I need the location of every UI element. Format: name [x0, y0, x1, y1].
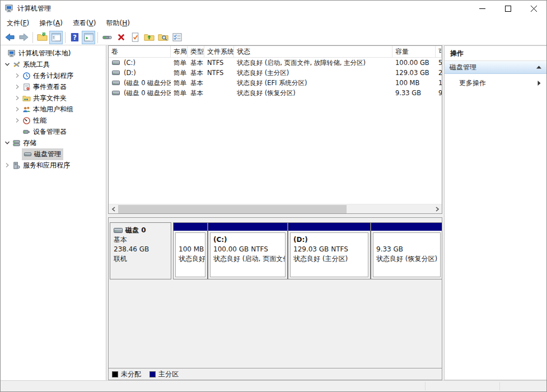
- primary-partition-color-bar: [371, 223, 442, 231]
- users-icon: [22, 105, 31, 114]
- explore-button[interactable]: [156, 31, 170, 44]
- primary-partition-color-swatch: [149, 371, 156, 377]
- action-pane-toggle-button[interactable]: [82, 31, 95, 44]
- status-separator: [425, 382, 426, 390]
- scroll-left-arrow[interactable]: [109, 204, 118, 214]
- device-icon: [102, 32, 113, 43]
- properties-button[interactable]: [100, 31, 114, 44]
- menu-file[interactable]: 文件(F): [2, 17, 34, 30]
- export-list-button[interactable]: [35, 31, 49, 44]
- partition-efi[interactable]: 100 MB 状态良好 (EFI 系统分区): [174, 223, 208, 279]
- disk0-label[interactable]: 磁盘 0 基本 238.46 GB 联机: [110, 222, 171, 279]
- legend-primary-partition: 主分区: [149, 370, 179, 379]
- app-icon: [5, 4, 14, 13]
- partition-d[interactable]: (D:) 129.03 GB NTFS 状态良好 (主分区): [288, 223, 371, 279]
- svg-text:?: ?: [73, 34, 77, 41]
- column-free-space[interactable]: 可用空间: [436, 46, 442, 57]
- scrollbar-thumb[interactable]: [118, 205, 347, 213]
- volume-icon: [112, 80, 120, 86]
- tree-item-services-apps[interactable]: 服务和应用程序: [1, 160, 106, 171]
- disk0-row: 磁盘 0 基本 238.46 GB 联机 100 MB 状态良好 (EFI 系统…: [110, 222, 442, 279]
- scroll-right-arrow[interactable]: [432, 204, 442, 214]
- tree-item-performance[interactable]: 性能: [1, 115, 106, 126]
- console-tree-icon: [51, 32, 62, 43]
- unallocated-color-swatch: [112, 371, 118, 377]
- volume-row-partition5[interactable]: (磁盘 0 磁盘分区 5) 简单 基本 状态良好 (恢复分区) 9.33 GB …: [109, 88, 442, 98]
- volume-row-partition1[interactable]: (磁盘 0 磁盘分区 1) 简单 基本 状态良好 (EFI 系统分区) 100 …: [109, 78, 442, 88]
- legend: 未分配 主分区: [109, 368, 442, 380]
- menu-bar: 文件(F) 操作(A) 查看(V) 帮助(H): [1, 16, 546, 30]
- volume-row-d[interactable]: (D:) 简单 基本 NTFS 状态良好 (主分区) 129.03 GB 2: [109, 68, 442, 78]
- column-filesystem[interactable]: 文件系统: [204, 46, 234, 57]
- folder-up-icon: [144, 32, 155, 43]
- more-actions-item[interactable]: 更多操作: [445, 76, 546, 90]
- disk0-size: 238.46 GB: [114, 245, 167, 254]
- menu-action[interactable]: 操作(A): [34, 17, 68, 30]
- chevron-collapsed-icon[interactable]: [13, 94, 22, 102]
- disk-management-section-header[interactable]: 磁盘管理: [445, 61, 546, 74]
- disk0-status: 联机: [114, 254, 167, 264]
- back-arrow-icon: [4, 32, 15, 43]
- tree-item-device-manager[interactable]: 设备管理器: [1, 126, 106, 137]
- maximize-button[interactable]: [495, 1, 521, 16]
- tree-item-event-viewer[interactable]: 事件查看器: [1, 81, 106, 92]
- delete-volume-button[interactable]: [114, 31, 128, 44]
- task-list-icon: [172, 32, 183, 43]
- chevron-collapsed-icon[interactable]: [13, 83, 22, 91]
- check-document-button[interactable]: [128, 31, 142, 44]
- menu-help[interactable]: 帮助(H): [101, 17, 134, 30]
- minimize-icon: [479, 6, 485, 12]
- partition-c[interactable]: (C:) 100.00 GB NTFS 状态良好 (启动, 页面文件, 故障转储…: [208, 223, 288, 279]
- tree-item-system-tools[interactable]: 系统工具: [1, 59, 106, 70]
- partition-size: 9.33 GB: [376, 245, 437, 254]
- partition-status: 状态良好 (主分区): [293, 254, 365, 264]
- tree-item-task-scheduler[interactable]: 任务计划程序: [1, 70, 106, 81]
- main-area: 计算机管理(本地) 系统工具 任务计划程序 事件查看器 共享文件夹: [1, 45, 546, 380]
- chevron-expanded-icon[interactable]: [3, 60, 12, 68]
- chevron-collapsed-icon[interactable]: [13, 72, 22, 80]
- device-manager-icon: [22, 127, 31, 136]
- selected-tree-item: 磁盘管理: [22, 148, 63, 160]
- partition-recovery[interactable]: 9.33 GB 状态良好 (恢复分区): [371, 223, 442, 279]
- tree-item-computer-management[interactable]: 计算机管理(本地): [1, 48, 106, 59]
- minimize-button[interactable]: [469, 1, 495, 16]
- back-button[interactable]: [3, 31, 16, 44]
- collapse-icon[interactable]: [536, 66, 541, 69]
- status-separator: [499, 382, 500, 390]
- task-list-button[interactable]: [170, 31, 184, 44]
- column-status[interactable]: 状态: [234, 46, 392, 57]
- close-button[interactable]: [521, 1, 546, 16]
- column-type[interactable]: 类型: [188, 46, 204, 57]
- tree-item-shared-folders[interactable]: 共享文件夹: [1, 92, 106, 104]
- partition-status: 状态良好 (启动, 页面文件, 故障转储, 主分区): [213, 254, 282, 264]
- chevron-collapsed-icon[interactable]: [3, 161, 12, 169]
- column-capacity[interactable]: 容量: [392, 46, 436, 57]
- center-pane: 卷 布局 类型 文件系统 状态 容量 可用空间 (C:) 简单 基本 NTFS …: [108, 45, 442, 380]
- forward-button[interactable]: [17, 31, 30, 44]
- computer-management-window: 计算机管理 文件(F) 操作(A) 查看(V) 帮助(H) ?: [0, 0, 547, 392]
- help-button[interactable]: ?: [68, 31, 81, 44]
- graphical-view-pane: 磁盘 0 基本 238.46 GB 联机 100 MB 状态良好 (EFI 系统…: [108, 217, 442, 380]
- column-volume[interactable]: 卷: [109, 46, 171, 57]
- volume-icon: [112, 60, 120, 66]
- menu-view[interactable]: 查看(V): [68, 17, 101, 30]
- column-layout[interactable]: 布局: [171, 46, 188, 57]
- chevron-collapsed-icon[interactable]: [13, 105, 22, 113]
- chevron-collapsed-icon[interactable]: [13, 116, 22, 124]
- volume-row-c[interactable]: (C:) 简单 基本 NTFS 状态良好 (启动, 页面文件, 故障转储, 主分…: [109, 58, 442, 68]
- performance-gauge-icon: [22, 116, 31, 125]
- toolbar: ?: [1, 30, 546, 45]
- expand-right-icon: [537, 81, 541, 86]
- help-icon: ?: [69, 32, 80, 43]
- toolbar-separator: [65, 32, 66, 43]
- console-tree-toggle-button[interactable]: [49, 31, 63, 44]
- partition-strip: 100 MB 状态良好 (EFI 系统分区) (C:) 100.00 GB NT…: [173, 222, 442, 279]
- drive-letter-button[interactable]: [142, 31, 156, 44]
- volume-icon: [112, 90, 120, 96]
- horizontal-scrollbar[interactable]: [109, 204, 442, 213]
- tree-item-storage[interactable]: 存储: [1, 137, 106, 148]
- chevron-expanded-icon[interactable]: [3, 139, 12, 147]
- tree-item-local-users-groups[interactable]: 本地用户和组: [1, 104, 106, 115]
- tree-item-disk-management[interactable]: 磁盘管理: [1, 148, 106, 160]
- volume-table: 卷 布局 类型 文件系统 状态 容量 可用空间 (C:) 简单 基本 NTFS …: [109, 46, 442, 204]
